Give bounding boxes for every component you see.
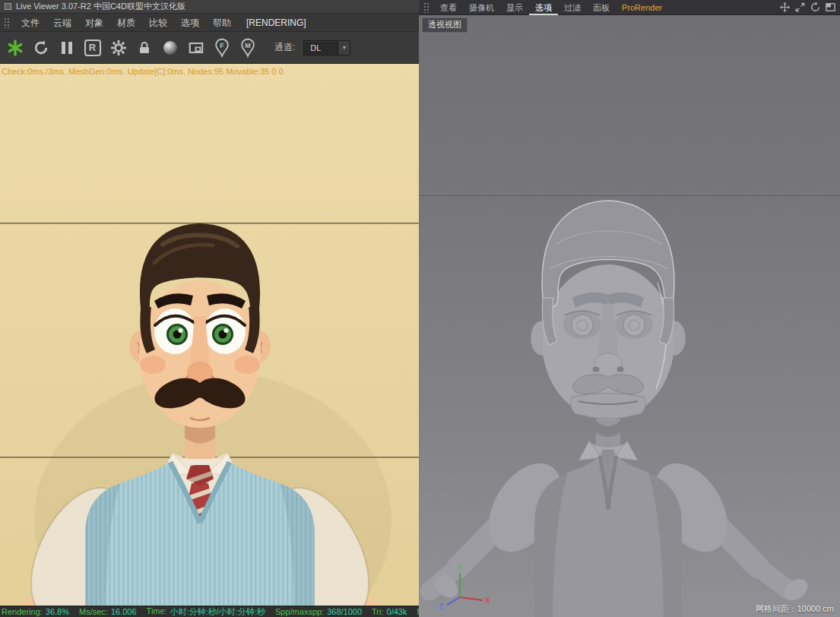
menu-bar: 文件 云端 对象 材质 比较 选项 帮助 [RENDERING] (0, 14, 419, 32)
zoom-view-button[interactable] (793, 1, 807, 14)
z-axis-label: Z (439, 603, 443, 611)
material-ball-button[interactable] (159, 36, 181, 59)
vp-menu-filter[interactable]: 过滤 (558, 0, 587, 15)
status-spp: Spp/maxspp: 368/1000 (275, 607, 362, 616)
rotate-view-button[interactable] (808, 1, 822, 14)
render-view[interactable]: Check:0ms./3ms. MeshGen:0ms. Update[C]:0… (0, 64, 419, 606)
material-picker-button[interactable]: M (236, 36, 258, 59)
chevron-down-icon: ▼ (338, 41, 350, 55)
grid-spacing-label: 网格间距：10000 cm (756, 603, 834, 615)
live-viewer-window: Live Viewer 3.07-R2 中国C4D联盟中文汉化版 文件 云端 对… (0, 0, 419, 617)
vp-menu-cameras[interactable]: 摄像机 (463, 0, 500, 15)
toolbar: R (0, 32, 419, 64)
c4d-viewport: 查看 摄像机 显示 选项 过滤 面板 ProRender (419, 0, 840, 617)
menu-item-file[interactable]: 文件 (14, 14, 46, 32)
vp-menu-display[interactable]: 显示 (500, 0, 529, 15)
axis-gizmo: Y X Z (436, 564, 492, 611)
channel-label: 通道: (274, 41, 295, 54)
octane-logo-button[interactable] (4, 36, 26, 59)
render-stats-text: Check:0ms./3ms. MeshGen:0ms. Update[C]:0… (2, 67, 284, 76)
viewport-canvas[interactable]: 透视视图 网格间距：10000 cm Y X Z (419, 15, 840, 617)
menu-item-compare[interactable]: 比较 (142, 14, 174, 32)
title-bar[interactable]: Live Viewer 3.07-R2 中国C4D联盟中文汉化版 (0, 0, 419, 14)
menu-item-options[interactable]: 选项 (174, 14, 206, 32)
screen: Live Viewer 3.07-R2 中国C4D联盟中文汉化版 文件 云端 对… (0, 0, 840, 617)
material-picker-pin-icon: M (240, 38, 255, 58)
render-region-icon (188, 40, 204, 56)
status-time: Time: 小时:分钟:秒/小时:分钟:秒 (147, 606, 265, 617)
pause-render-button[interactable] (55, 36, 78, 59)
gear-icon (110, 40, 127, 56)
vp-menu-panel[interactable]: 面板 (587, 0, 616, 15)
view-label[interactable]: 透视视图 (422, 17, 468, 33)
svg-text:M: M (245, 41, 251, 49)
render-region-button[interactable] (185, 36, 207, 59)
refresh-render-button[interactable] (30, 36, 52, 59)
pan-view-icon (779, 2, 791, 13)
menu-item-objects[interactable]: 对象 (78, 14, 110, 32)
vp-menu-view[interactable]: 查看 (434, 0, 463, 15)
menu-item-materials[interactable]: 材质 (110, 14, 142, 32)
render-settings-button[interactable] (107, 36, 129, 59)
focus-picker-button[interactable]: F (211, 36, 233, 59)
menu-grip-icon[interactable] (423, 2, 430, 13)
clay-model-character (419, 15, 840, 617)
focus-picker-pin-icon: F (214, 38, 230, 58)
status-bar: Rendering: 36.8% Ms/sec: 16.006 Time: 小时… (0, 606, 419, 617)
lock-resolution-button[interactable] (133, 36, 155, 59)
toggle-view-icon (825, 2, 836, 13)
menu-grip-icon[interactable] (4, 17, 10, 28)
pause-icon (68, 42, 72, 54)
menu-item-help[interactable]: 帮助 (206, 14, 238, 32)
svg-text:F: F (220, 41, 224, 49)
zoom-view-icon (794, 2, 806, 13)
viewport-menu-bar: 查看 摄像机 显示 选项 过滤 面板 ProRender (419, 0, 840, 15)
y-axis-label: Y (457, 564, 462, 572)
toggle-view-button[interactable] (823, 1, 837, 14)
octane-logo-icon (6, 39, 24, 57)
channel-value: DL (304, 43, 338, 52)
vp-menu-options[interactable]: 选项 (529, 0, 558, 15)
channel-dropdown[interactable]: DL ▼ (303, 40, 350, 55)
pause-icon (62, 42, 65, 54)
status-mssec: Ms/sec: 16.006 (79, 607, 137, 616)
rendering-status-label: [RENDERING] (239, 14, 313, 32)
material-ball-icon (162, 40, 179, 56)
region-r-button[interactable]: R (81, 36, 103, 59)
status-tri: Tri: 0/43k (372, 607, 407, 616)
rendered-character (0, 64, 419, 606)
refresh-icon (33, 40, 49, 56)
window-title: Live Viewer 3.07-R2 中国C4D联盟中文汉化版 (16, 1, 185, 12)
vp-menu-prorender[interactable]: ProRender (616, 0, 668, 15)
x-axis-label: X (485, 596, 490, 605)
pan-view-button[interactable] (778, 1, 791, 14)
rotate-view-icon (810, 2, 821, 13)
r-letter-icon: R (84, 40, 101, 56)
menu-item-cloud[interactable]: 云端 (46, 14, 78, 32)
window-icon (5, 3, 11, 10)
lock-icon (137, 40, 152, 55)
status-rendering: Rendering: 36.8% (2, 607, 69, 616)
